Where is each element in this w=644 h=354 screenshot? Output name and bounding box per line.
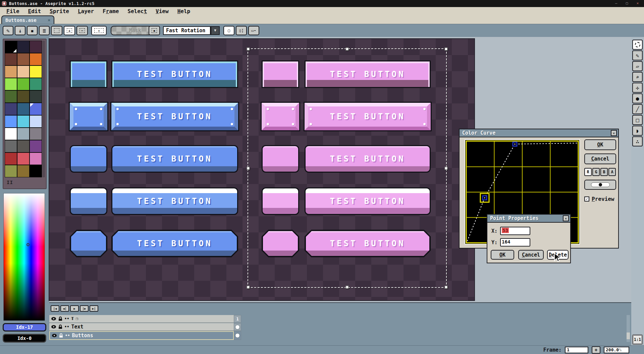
zoom-input[interactable]: 200.0% [604,347,629,353]
palette-swatch[interactable] [5,53,17,65]
palette-swatch[interactable] [17,90,30,103]
sprite-canvas[interactable]: TEST BUTTONTEST BUTTONTEST BUTTONTEST BU… [49,39,474,300]
symmetry-vertical-button[interactable]: ▯¦ [236,26,247,35]
last-frame-button[interactable]: ▶| [90,305,98,312]
cel-icon[interactable]: ❐ [76,316,78,321]
first-frame-button[interactable]: |◀ [51,305,59,312]
sort-palette-button[interactable]: ↓ [15,26,25,35]
palette-swatch[interactable] [17,165,30,177]
close-icon[interactable]: ✕ [563,215,569,221]
pencil-tool[interactable]: ✎ [632,50,643,60]
add-selection-button[interactable]: + [64,26,75,35]
channel-r-button[interactable]: R [584,168,592,176]
edit-palette-button[interactable]: ✎ [3,26,13,35]
palette-swatch[interactable] [5,78,17,90]
palette-swatch[interactable] [17,103,30,115]
palette-swatch[interactable] [17,128,30,140]
continuous-icon[interactable]: •• [64,324,69,329]
palette-swatch[interactable] [5,65,17,78]
color-spectrum-picker[interactable] [3,193,45,321]
ok-button[interactable]: OK [584,139,616,150]
palette-swatch[interactable] [5,41,17,53]
palette-swatch[interactable] [5,115,17,128]
y-input[interactable]: 164 [500,238,530,247]
line-tool[interactable]: ╱ [632,104,643,114]
rounded-rect-button[interactable]: ▢ [223,26,234,35]
palette-swatch[interactable] [17,53,30,65]
palette-swatch[interactable] [30,140,42,152]
continuous-icon[interactable]: •• [64,316,69,321]
palette-swatch[interactable] [30,152,42,165]
palette-swatch[interactable] [5,152,17,165]
checkbox-checked-icon[interactable]: ✓ [584,196,589,202]
selection-handle[interactable] [445,286,448,289]
palette-swatch[interactable] [30,165,42,177]
cel-text[interactable] [234,323,241,331]
move-tool[interactable]: ✢ [632,83,643,93]
eye-icon[interactable] [51,325,56,329]
palette-swatch[interactable] [17,115,30,128]
palette-swatch[interactable] [5,128,17,140]
cancel-button[interactable]: Cancel [584,153,616,164]
channel-a-button[interactable]: A [608,168,616,176]
selection-handle[interactable] [247,48,250,51]
selection-handle[interactable] [346,286,349,289]
menu-file[interactable]: File [2,8,24,14]
palette-swatch[interactable] [17,78,30,90]
eraser-tool[interactable]: ▱ [632,61,643,71]
foreground-color-indicator[interactable]: Idx-17 [3,323,46,331]
minimize-button[interactable]: — [612,1,620,6]
dialog-title-bar[interactable]: Point Properties ✕ [487,215,570,223]
selection-handle[interactable] [346,48,349,51]
palette-swatch[interactable] [30,103,42,115]
palette-swatch[interactable] [5,103,17,115]
menu-layer[interactable]: Layer [73,8,98,14]
continuous-icon[interactable]: •• [65,333,70,338]
palette-swatch[interactable] [17,140,30,152]
symmetry-horizontal-button[interactable]: ▭- [248,26,259,35]
selection-handle[interactable] [445,48,448,51]
dialog-title-bar[interactable]: Color Curve ✕ [460,129,618,137]
spray-tool[interactable]: ∴ [632,136,643,146]
tab-close-icon[interactable]: ✕ [48,17,50,23]
selection-handle[interactable] [247,167,250,170]
spectrum-marker[interactable] [26,243,30,246]
selection-handle[interactable] [247,286,250,289]
palette-swatch[interactable] [5,90,17,103]
menu-edit[interactable]: Edit [24,8,46,14]
lock-icon[interactable] [58,316,62,321]
palette-scrollbar[interactable] [42,41,45,177]
palette-swatch[interactable] [30,53,42,65]
palette-presets-button[interactable]: ▪ [27,26,38,35]
x-input[interactable]: 53 [500,227,530,235]
chevron-down-icon[interactable]: ▼ [211,26,220,35]
layer-row-text[interactable]: •• Text [49,323,234,331]
menu-frame[interactable]: Frame [98,8,123,14]
marquee-ellipse-tool[interactable] [632,40,643,50]
prev-frame-button[interactable]: ◀| [60,305,69,312]
menu-sprite[interactable]: Sprite [45,8,73,14]
play-button[interactable]: ▶ [70,305,79,312]
channel-b-button[interactable]: B [600,168,608,176]
replace-selection-button[interactable] [51,26,62,35]
palette-swatch[interactable] [30,41,42,53]
channel-g-button[interactable]: G [592,168,600,176]
palette-swatch[interactable] [30,65,42,78]
ok-button[interactable]: OK [491,250,514,260]
palette-swatch[interactable] [5,165,17,177]
rectangle-tool[interactable]: □ [632,115,643,125]
preview-checkbox-row[interactable]: ✓ Preview [584,196,614,202]
palette-swatch[interactable] [17,152,30,165]
pixel-ratio-button[interactable]: 1:1 [632,335,643,345]
anchor-icon[interactable]: Ŧ [71,316,73,321]
menu-select[interactable]: Select [123,8,151,14]
menu-help[interactable]: Help [173,8,195,14]
close-button[interactable]: ✕ [634,1,641,6]
paint-bucket-tool[interactable]: ● [632,93,643,103]
eye-icon[interactable] [51,317,56,321]
lock-icon[interactable] [58,324,62,329]
palette-swatch[interactable] [30,90,42,103]
frame-input[interactable]: 1 [565,347,588,353]
layer-row-buttons[interactable]: •• Buttons [49,331,234,340]
contour-tool[interactable]: ◗ [632,126,643,136]
